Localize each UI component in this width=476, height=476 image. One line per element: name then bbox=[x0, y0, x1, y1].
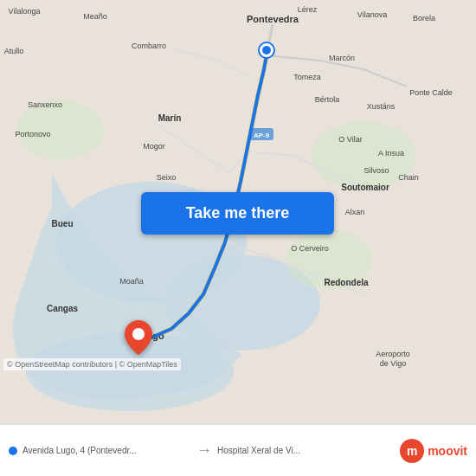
footer-arrow: → bbox=[191, 438, 217, 464]
svg-text:Atullo: Atullo bbox=[4, 47, 24, 55]
svg-text:Seixo: Seixo bbox=[157, 173, 177, 182]
svg-text:Combarro: Combarro bbox=[132, 42, 166, 50]
svg-point-41 bbox=[132, 328, 145, 340]
svg-text:Aeroporto: Aeroporto bbox=[376, 350, 410, 358]
moovit-logo: m moovit bbox=[400, 439, 467, 463]
svg-text:Tomeza: Tomeza bbox=[293, 73, 321, 81]
svg-text:A Insua: A Insua bbox=[378, 149, 404, 158]
svg-text:Meaño: Meaño bbox=[83, 12, 107, 21]
svg-text:Xustáns: Xustáns bbox=[367, 102, 396, 111]
svg-text:Pontevedra: Pontevedra bbox=[247, 14, 299, 24]
footer-from-label: Avenida Lugo, 4 (Pontevedr... bbox=[23, 446, 137, 455]
map-attribution: © OpenStreetMap contributors | © OpenMap… bbox=[3, 358, 181, 370]
footer-bar: Avenida Lugo, 4 (Pontevedr... → Hospital… bbox=[0, 424, 476, 476]
svg-text:Ponte Calde: Ponte Calde bbox=[409, 88, 453, 97]
svg-text:Lérez: Lérez bbox=[298, 5, 318, 14]
svg-text:Mogor: Mogor bbox=[143, 142, 165, 151]
svg-text:Sanxenxo: Sanxenxo bbox=[28, 100, 62, 109]
origin-marker bbox=[260, 43, 273, 57]
footer-route-info: Avenida Lugo, 4 (Pontevedr... bbox=[9, 446, 191, 455]
take-me-there-button[interactable]: Take me there bbox=[141, 192, 334, 235]
svg-text:Bértola: Bértola bbox=[315, 95, 340, 104]
svg-text:Portonovo: Portonovo bbox=[15, 130, 50, 138]
svg-text:Vilanova: Vilanova bbox=[357, 10, 387, 19]
svg-text:Alxan: Alxan bbox=[345, 208, 365, 216]
svg-text:Borela: Borela bbox=[413, 14, 435, 23]
svg-text:Marcón: Marcón bbox=[329, 54, 355, 62]
svg-text:AP-9: AP-9 bbox=[254, 132, 270, 139]
footer-origin-dot bbox=[9, 447, 17, 455]
svg-text:Redondela: Redondela bbox=[324, 278, 369, 287]
svg-text:Cangas: Cangas bbox=[47, 304, 79, 313]
svg-text:Bueu: Bueu bbox=[52, 219, 74, 228]
svg-text:Moaña: Moaña bbox=[119, 277, 144, 286]
svg-text:de Vigo: de Vigo bbox=[380, 359, 406, 368]
moovit-icon: m bbox=[400, 439, 424, 463]
moovit-brand-name: moovit bbox=[428, 444, 467, 458]
svg-text:O Vilar: O Vilar bbox=[338, 135, 362, 144]
map-container: Pontevedra Lérez Vilalonga Meaño Combarr… bbox=[0, 0, 476, 424]
svg-text:O Cerveiro: O Cerveiro bbox=[291, 244, 329, 253]
svg-text:Marín: Marín bbox=[158, 113, 182, 123]
svg-text:Vilalonga: Vilalonga bbox=[9, 7, 41, 16]
footer-to-label: Hospital Xeral de Vi... bbox=[217, 446, 400, 455]
svg-text:Silvoso: Silvoso bbox=[363, 166, 389, 175]
svg-text:Soutomaior: Soutomaior bbox=[341, 183, 389, 192]
svg-text:Chain: Chain bbox=[398, 173, 419, 182]
destination-marker bbox=[125, 320, 152, 358]
